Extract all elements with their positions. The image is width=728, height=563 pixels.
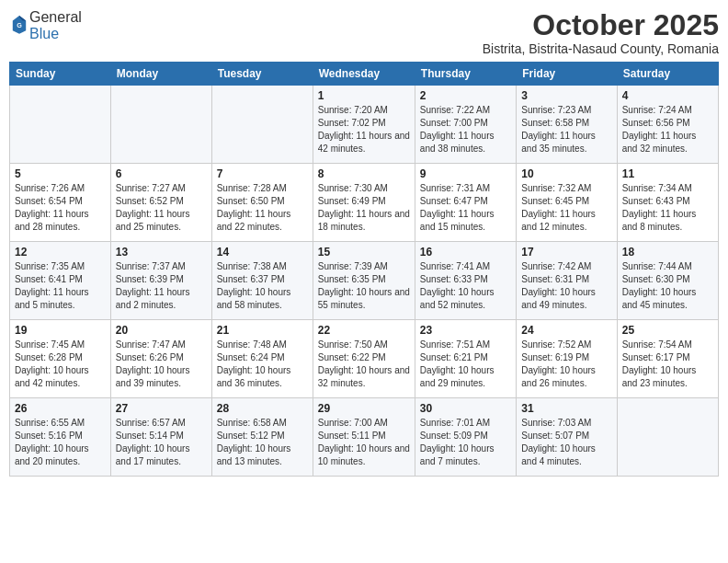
title-block: October 2025 Bistrita, Bistrita-Nasaud C… (483, 9, 719, 56)
weekday-header-sunday: Sunday (10, 63, 111, 86)
empty-cell (617, 398, 718, 477)
day-number: 1 (318, 89, 410, 102)
day-detail: Sunrise: 7:45 AM Sunset: 6:28 PM Dayligh… (15, 339, 106, 390)
empty-cell (211, 86, 313, 164)
day-cell-26: 26Sunrise: 6:55 AM Sunset: 5:16 PM Dayli… (10, 398, 111, 477)
day-detail: Sunrise: 7:41 AM Sunset: 6:33 PM Dayligh… (420, 260, 511, 312)
day-number: 23 (420, 324, 511, 337)
day-number: 5 (15, 167, 106, 180)
day-number: 9 (420, 167, 511, 180)
day-detail: Sunrise: 7:54 AM Sunset: 6:17 PM Dayligh… (622, 339, 713, 390)
day-detail: Sunrise: 7:28 AM Sunset: 6:50 PM Dayligh… (217, 182, 308, 234)
empty-cell (10, 86, 111, 164)
day-detail: Sunrise: 7:31 AM Sunset: 6:47 PM Dayligh… (420, 182, 511, 234)
day-detail: Sunrise: 7:20 AM Sunset: 7:02 PM Dayligh… (318, 104, 410, 155)
day-number: 22 (318, 324, 410, 337)
logo: G General Blue (9, 9, 82, 42)
day-cell-21: 21Sunrise: 7:48 AM Sunset: 6:24 PM Dayli… (211, 320, 313, 398)
weekday-header-saturday: Saturday (617, 63, 718, 86)
day-number: 20 (116, 324, 207, 337)
day-number: 15 (318, 246, 410, 259)
week-row-4: 19Sunrise: 7:45 AM Sunset: 6:28 PM Dayli… (10, 320, 719, 398)
day-detail: Sunrise: 7:22 AM Sunset: 7:00 PM Dayligh… (420, 104, 511, 155)
day-number: 31 (521, 402, 611, 415)
day-number: 25 (622, 324, 713, 337)
weekday-header-friday: Friday (517, 63, 617, 86)
day-detail: Sunrise: 7:03 AM Sunset: 5:07 PM Dayligh… (521, 417, 611, 468)
week-row-5: 26Sunrise: 6:55 AM Sunset: 5:16 PM Dayli… (10, 398, 719, 477)
day-detail: Sunrise: 7:26 AM Sunset: 6:54 PM Dayligh… (15, 182, 106, 234)
empty-cell (110, 86, 211, 164)
day-detail: Sunrise: 7:48 AM Sunset: 6:24 PM Dayligh… (217, 339, 308, 390)
day-cell-4: 4Sunrise: 7:24 AM Sunset: 6:56 PM Daylig… (617, 86, 718, 164)
weekday-header-row: SundayMondayTuesdayWednesdayThursdayFrid… (10, 63, 719, 86)
day-number: 2 (420, 89, 511, 102)
logo-general-text: General (29, 9, 82, 25)
day-cell-7: 7Sunrise: 7:28 AM Sunset: 6:50 PM Daylig… (211, 164, 313, 242)
day-number: 14 (217, 246, 308, 259)
day-detail: Sunrise: 7:00 AM Sunset: 5:11 PM Dayligh… (318, 417, 410, 468)
day-detail: Sunrise: 7:27 AM Sunset: 6:52 PM Dayligh… (116, 182, 207, 234)
day-cell-28: 28Sunrise: 6:58 AM Sunset: 5:12 PM Dayli… (211, 398, 313, 477)
day-number: 13 (116, 246, 207, 259)
day-number: 18 (622, 246, 713, 259)
day-cell-25: 25Sunrise: 7:54 AM Sunset: 6:17 PM Dayli… (617, 320, 718, 398)
day-number: 21 (217, 324, 308, 337)
calendar-subtitle: Bistrita, Bistrita-Nasaud County, Romani… (483, 41, 719, 56)
day-detail: Sunrise: 7:32 AM Sunset: 6:45 PM Dayligh… (521, 182, 611, 234)
calendar-title: October 2025 (483, 9, 719, 41)
day-detail: Sunrise: 7:51 AM Sunset: 6:21 PM Dayligh… (420, 339, 511, 390)
day-detail: Sunrise: 7:01 AM Sunset: 5:09 PM Dayligh… (420, 417, 511, 468)
day-number: 17 (521, 246, 611, 259)
weekday-header-monday: Monday (110, 63, 211, 86)
day-detail: Sunrise: 7:44 AM Sunset: 6:30 PM Dayligh… (622, 260, 713, 312)
day-cell-24: 24Sunrise: 7:52 AM Sunset: 6:19 PM Dayli… (517, 320, 617, 398)
day-cell-15: 15Sunrise: 7:39 AM Sunset: 6:35 PM Dayli… (313, 242, 415, 320)
logo-icon: G (11, 14, 28, 34)
calendar-table: SundayMondayTuesdayWednesdayThursdayFrid… (9, 62, 719, 477)
day-cell-17: 17Sunrise: 7:42 AM Sunset: 6:31 PM Dayli… (517, 242, 617, 320)
day-detail: Sunrise: 7:23 AM Sunset: 6:58 PM Dayligh… (521, 104, 611, 155)
day-number: 4 (622, 89, 713, 102)
day-cell-29: 29Sunrise: 7:00 AM Sunset: 5:11 PM Dayli… (313, 398, 415, 477)
day-number: 24 (521, 324, 611, 337)
day-cell-2: 2Sunrise: 7:22 AM Sunset: 7:00 PM Daylig… (415, 86, 516, 164)
day-number: 10 (521, 167, 611, 180)
day-number: 7 (217, 167, 308, 180)
weekday-header-tuesday: Tuesday (211, 63, 313, 86)
day-number: 27 (116, 402, 207, 415)
day-cell-9: 9Sunrise: 7:31 AM Sunset: 6:47 PM Daylig… (415, 164, 516, 242)
day-number: 19 (15, 324, 106, 337)
day-cell-30: 30Sunrise: 7:01 AM Sunset: 5:09 PM Dayli… (415, 398, 516, 477)
day-number: 12 (15, 246, 106, 259)
day-detail: Sunrise: 7:47 AM Sunset: 6:26 PM Dayligh… (116, 339, 207, 390)
day-detail: Sunrise: 7:35 AM Sunset: 6:41 PM Dayligh… (15, 260, 106, 312)
day-number: 29 (318, 402, 410, 415)
day-number: 11 (622, 167, 713, 180)
day-detail: Sunrise: 7:24 AM Sunset: 6:56 PM Dayligh… (622, 104, 713, 155)
day-cell-14: 14Sunrise: 7:38 AM Sunset: 6:37 PM Dayli… (211, 242, 313, 320)
day-cell-13: 13Sunrise: 7:37 AM Sunset: 6:39 PM Dayli… (110, 242, 211, 320)
svg-text:G: G (17, 21, 22, 29)
day-detail: Sunrise: 7:39 AM Sunset: 6:35 PM Dayligh… (318, 260, 410, 312)
day-cell-12: 12Sunrise: 7:35 AM Sunset: 6:41 PM Dayli… (10, 242, 111, 320)
day-detail: Sunrise: 7:30 AM Sunset: 6:49 PM Dayligh… (318, 182, 410, 234)
day-detail: Sunrise: 6:58 AM Sunset: 5:12 PM Dayligh… (217, 417, 308, 468)
day-detail: Sunrise: 6:57 AM Sunset: 5:14 PM Dayligh… (116, 417, 207, 468)
day-number: 28 (217, 402, 308, 415)
weekday-header-thursday: Thursday (415, 63, 516, 86)
day-cell-5: 5Sunrise: 7:26 AM Sunset: 6:54 PM Daylig… (10, 164, 111, 242)
logo-blue-text: Blue (29, 26, 59, 41)
day-cell-19: 19Sunrise: 7:45 AM Sunset: 6:28 PM Dayli… (10, 320, 111, 398)
day-cell-11: 11Sunrise: 7:34 AM Sunset: 6:43 PM Dayli… (617, 164, 718, 242)
week-row-2: 5Sunrise: 7:26 AM Sunset: 6:54 PM Daylig… (10, 164, 719, 242)
day-number: 30 (420, 402, 511, 415)
day-detail: Sunrise: 7:50 AM Sunset: 6:22 PM Dayligh… (318, 339, 410, 390)
day-cell-23: 23Sunrise: 7:51 AM Sunset: 6:21 PM Dayli… (415, 320, 516, 398)
day-number: 26 (15, 402, 106, 415)
day-cell-31: 31Sunrise: 7:03 AM Sunset: 5:07 PM Dayli… (517, 398, 617, 477)
day-number: 3 (521, 89, 611, 102)
day-cell-8: 8Sunrise: 7:30 AM Sunset: 6:49 PM Daylig… (313, 164, 415, 242)
logo-text: General Blue (29, 9, 82, 42)
day-detail: Sunrise: 7:42 AM Sunset: 6:31 PM Dayligh… (521, 260, 611, 312)
